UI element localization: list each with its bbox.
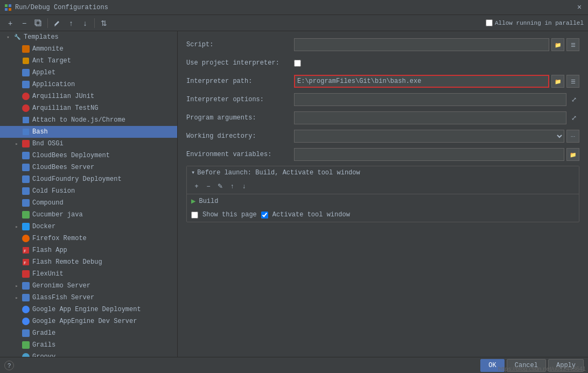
- working-directory-wrap: ···: [294, 130, 579, 143]
- ant-icon: [22, 57, 30, 65]
- before-launch-add-button[interactable]: +: [191, 181, 202, 192]
- remove-config-button[interactable]: −: [18, 17, 30, 29]
- groovy-label: Groovy: [32, 353, 55, 357]
- before-launch-up-button[interactable]: ↑: [227, 181, 237, 192]
- spacer-groovy: [13, 353, 20, 357]
- tree-item-application[interactable]: Application: [0, 79, 177, 90]
- tree-item-cold-fusion[interactable]: Cold Fusion: [0, 185, 177, 197]
- tree-item-flexunit[interactable]: FlexUnit: [0, 268, 177, 280]
- spacer-cloudfoundry: [13, 175, 20, 183]
- expander-bnd[interactable]: ▸: [13, 140, 20, 147]
- arquillian-testng-label: Arquillian TestNG: [32, 104, 98, 112]
- tree-item-arquillian-junit[interactable]: Arquillian JUnit: [0, 90, 177, 102]
- expander-templates[interactable]: ▾: [4, 33, 12, 41]
- script-row: Script: 📁 ☰: [186, 38, 579, 52]
- program-arguments-input[interactable]: [294, 111, 566, 124]
- help-button[interactable]: ?: [4, 361, 14, 370]
- tree-item-bash[interactable]: Bash: [0, 126, 177, 138]
- window-title: Run/Debug Configurations: [15, 4, 108, 11]
- before-launch-item-build: ▶ Build: [187, 194, 579, 208]
- before-launch-down-button[interactable]: ↓: [239, 181, 249, 192]
- tree-item-cloudbees-deployment[interactable]: CloudBees Deployment: [0, 150, 177, 161]
- use-project-interpreter-checkbox[interactable]: [294, 60, 301, 67]
- svg-rect-5: [35, 20, 40, 25]
- show-page-checkbox[interactable]: [191, 212, 198, 219]
- sort-button[interactable]: ⇅: [98, 17, 110, 29]
- expander-glassfish[interactable]: ▸: [13, 294, 20, 301]
- watermark: https://blog.csdn.net/u012443641: [498, 365, 586, 372]
- application-label: Application: [32, 81, 75, 88]
- before-launch-edit-button[interactable]: ✎: [215, 181, 226, 192]
- interpreter-browse-button[interactable]: 📁: [551, 75, 564, 88]
- expander-docker[interactable]: ▸: [13, 223, 20, 230]
- tree-item-cloudfoundry[interactable]: CloudFoundry Deployment: [0, 173, 177, 185]
- tree-item-docker[interactable]: ▸ Docker: [0, 221, 177, 233]
- working-directory-select[interactable]: [294, 130, 564, 143]
- glassfish-label: GlassFish Server: [32, 294, 94, 301]
- environment-variables-input[interactable]: [294, 148, 564, 161]
- before-launch-header[interactable]: ▾ Before launch: Build, Activate tool wi…: [187, 166, 579, 179]
- tree-item-flash-remote-debug[interactable]: F Flash Remote Debug: [0, 256, 177, 268]
- spacer-cucumber: [13, 211, 20, 219]
- interpreter-options-label: Interpreter options:: [186, 96, 294, 103]
- close-button[interactable]: ×: [575, 3, 584, 12]
- tree-item-firefox-remote[interactable]: Firefox Remote: [0, 233, 177, 244]
- program-arguments-expand[interactable]: ⤢: [569, 112, 579, 123]
- cloudfoundry-label: CloudFoundry Deployment: [32, 175, 122, 183]
- main-toolbar: + − ↑ ↓ ⇅ Allow running in parallel: [0, 15, 588, 31]
- spacer-flash-app: [13, 247, 20, 254]
- script-input[interactable]: [294, 38, 549, 51]
- interpreter-options-input[interactable]: [294, 93, 566, 106]
- activate-tool-window-checkbox[interactable]: [261, 212, 268, 219]
- groovy-icon: [22, 353, 30, 357]
- tree-item-attach-node[interactable]: Attach to Node.js/Chrome: [0, 114, 177, 126]
- tree-item-flash-app[interactable]: F Flash App: [0, 244, 177, 256]
- move-down-button[interactable]: ↓: [79, 17, 91, 29]
- spacer-google-dev: [13, 318, 20, 325]
- tree-item-templates[interactable]: ▾ 🔧 Templates: [0, 31, 177, 43]
- program-arguments-label: Program arguments:: [186, 114, 294, 122]
- tree-item-applet[interactable]: Applet: [0, 67, 177, 79]
- before-launch-section: ▾ Before launch: Build, Activate tool wi…: [186, 166, 579, 222]
- tree-item-ant-target[interactable]: Ant Target: [0, 55, 177, 67]
- edit-config-button[interactable]: [51, 17, 63, 29]
- before-launch-title: Before launch: Build, Activate tool wind…: [197, 169, 360, 177]
- tree-item-bnd-osgi[interactable]: ▸ Bnd OSGi: [0, 138, 177, 150]
- tree-item-compound[interactable]: Compound: [0, 197, 177, 209]
- flash-remote-icon: F: [22, 258, 30, 266]
- window-icon: [4, 4, 12, 11]
- tree-item-google-app-engine[interactable]: Google App Engine Deployment: [0, 304, 177, 315]
- move-up-button[interactable]: ↑: [65, 17, 77, 29]
- add-config-button[interactable]: +: [4, 17, 16, 29]
- tree-item-ammonite[interactable]: Ammonite: [0, 43, 177, 55]
- environment-variables-wrap: 📁: [294, 148, 579, 161]
- before-launch-toolbar: + − ✎ ↑ ↓: [187, 179, 579, 194]
- expander-geronimo[interactable]: ▸: [13, 282, 20, 290]
- tree-item-google-appengine-dev[interactable]: Google AppEngine Dev Server: [0, 315, 177, 327]
- allow-parallel-checkbox[interactable]: [486, 19, 493, 26]
- tree-item-grails[interactable]: Grails: [0, 339, 177, 351]
- interpreter-path-input[interactable]: [294, 75, 549, 88]
- compound-label: Compound: [32, 199, 64, 207]
- before-launch-remove-button[interactable]: −: [203, 181, 214, 192]
- tree-item-arquillian-testng[interactable]: Arquillian TestNG: [0, 102, 177, 114]
- interpreter-options-button[interactable]: ☰: [566, 75, 579, 88]
- tree-item-glassfish[interactable]: ▸ GlassFish Server: [0, 292, 177, 304]
- interpreter-options-expand[interactable]: ⤢: [569, 94, 579, 105]
- environment-variables-browse[interactable]: 📁: [566, 148, 579, 161]
- before-launch-footer: Show this page Activate tool window: [187, 208, 579, 222]
- script-options-button[interactable]: ☰: [566, 38, 579, 51]
- script-browse-button[interactable]: 📁: [551, 38, 564, 51]
- arquillian-junit-icon: [22, 92, 30, 101]
- tree-item-cucumber-java[interactable]: Cucumber java: [0, 209, 177, 221]
- tree-item-cloudbees-server[interactable]: CloudBees Server: [0, 161, 177, 173]
- tree-item-geronimo[interactable]: ▸ Geronimo Server: [0, 280, 177, 292]
- ammonite-icon: [22, 45, 30, 53]
- tree-item-groovy[interactable]: Groovy: [0, 351, 177, 357]
- copy-config-button[interactable]: [32, 17, 44, 29]
- working-directory-browse[interactable]: ···: [566, 130, 579, 143]
- tree-item-gradle[interactable]: Gradle: [0, 327, 177, 339]
- spacer-ammonite: [13, 45, 20, 53]
- interpreter-path-row: Interpreter path: 📁 ☰: [186, 74, 579, 88]
- spacer-applet: [13, 69, 20, 76]
